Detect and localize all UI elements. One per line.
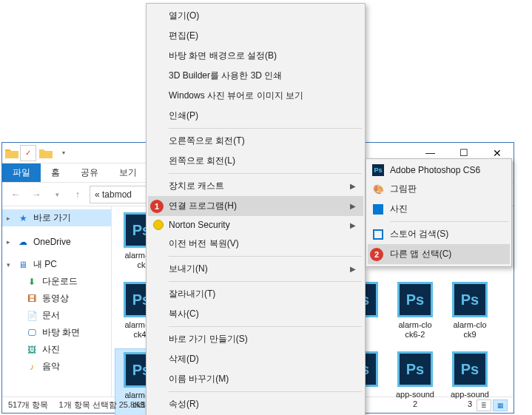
picture-icon: 🖼 xyxy=(26,344,38,356)
nav-this-pc[interactable]: ▾ 🖥 내 PC xyxy=(2,256,111,273)
menu-item[interactable]: 삭제(D) xyxy=(148,349,363,369)
nav-documents[interactable]: 📄 문서 xyxy=(2,307,111,324)
qat-dropdown[interactable]: ▾ xyxy=(55,145,72,161)
onedrive-icon: ☁ xyxy=(17,236,29,248)
nav-label: 동영상 xyxy=(42,292,69,305)
step-badge: 1 xyxy=(150,200,164,213)
tab-view[interactable]: 보기 xyxy=(109,163,147,182)
step-badge: 2 xyxy=(370,248,383,261)
menu-item[interactable]: 왼쪽으로 회전(L) xyxy=(148,151,363,171)
submenu-item[interactable]: 사진 xyxy=(368,199,510,219)
menu-item[interactable]: 바탕 화면 배경으로 설정(B) xyxy=(148,46,363,66)
download-icon: ⬇ xyxy=(26,276,38,288)
menu-item-label: 장치로 캐스트 xyxy=(169,180,224,192)
menu-item-label: 바탕 화면 배경으로 설정(B) xyxy=(169,50,277,62)
menu-item-label: 이름 바꾸기(M) xyxy=(169,373,229,385)
view-icons-button[interactable]: ▦ xyxy=(493,399,508,411)
nav-videos[interactable]: 🎞 동영상 xyxy=(2,290,111,307)
nav-downloads[interactable]: ⬇ 다운로드 xyxy=(2,273,111,290)
menu-item[interactable]: 복사(C) xyxy=(148,304,363,324)
menu-item[interactable]: Norton Security▶ xyxy=(148,216,363,234)
tab-share[interactable]: 공유 xyxy=(70,163,109,182)
menu-separator xyxy=(169,391,362,392)
photoshop-icon: Ps xyxy=(372,164,384,176)
nav-forward[interactable]: → xyxy=(27,186,45,203)
file-name-label: alarm-clock6-2 xyxy=(398,320,431,340)
menu-item-label: 3D Builder를 사용한 3D 인쇄 xyxy=(169,70,282,82)
store-icon xyxy=(372,229,384,240)
nav-desktop[interactable]: 🖵 바탕 화면 xyxy=(2,324,111,341)
music-icon: ♪ xyxy=(26,361,38,373)
menu-item[interactable]: 바로 가기 만들기(S) xyxy=(148,329,363,349)
menu-item[interactable]: 오른쪽으로 회전(T) xyxy=(148,131,363,151)
file-item[interactable]: Psalarm-clock9 xyxy=(443,279,496,347)
menu-item[interactable]: 이전 버전 복원(V) xyxy=(148,234,363,254)
star-icon: ★ xyxy=(17,212,29,224)
photoshop-file-icon: Ps xyxy=(397,351,433,387)
submenu-arrow-icon: ▶ xyxy=(350,202,356,210)
submenu-item[interactable]: 스토어 검색(S) xyxy=(368,224,510,244)
view-mode-switch: ≣ ▦ xyxy=(477,399,508,411)
item-count: 517개 항목 xyxy=(8,399,48,411)
menu-separator xyxy=(169,281,362,282)
submenu-arrow-icon: ▶ xyxy=(350,221,356,229)
context-menu: 열기(O)편집(E)바탕 화면 배경으로 설정(B)3D Builder를 사용… xyxy=(146,3,366,415)
nav-label: 문서 xyxy=(42,309,60,322)
submenu-item[interactable]: PsAdobe Photoshop CS6 xyxy=(368,161,510,179)
submenu-item[interactable]: 2다른 앱 선택(C) xyxy=(368,244,510,264)
menu-item[interactable]: 3D Builder를 사용한 3D 인쇄 xyxy=(148,66,363,86)
menu-item-label: 복사(C) xyxy=(169,308,199,320)
paint-icon: 🎨 xyxy=(372,183,384,195)
menu-item[interactable]: 이름 바꾸기(M) xyxy=(148,369,363,389)
menu-item[interactable]: 속성(R) xyxy=(148,394,363,414)
nav-label: 음악 xyxy=(42,360,60,373)
pc-icon: 🖥 xyxy=(17,259,29,271)
view-details-button[interactable]: ≣ xyxy=(477,399,491,411)
navigation-pane: ▸ ★ 바로 가기 ▸ ☁ OneDrive ▾ 🖥 내 PC ⬇ 다운로드 🎞 xyxy=(2,206,112,397)
norton-icon xyxy=(152,219,164,231)
submenu-item-label: 그림판 xyxy=(390,183,417,195)
nav-music[interactable]: ♪ 음악 xyxy=(2,358,111,375)
menu-item[interactable]: 인쇄(P) xyxy=(148,106,363,126)
photoshop-file-icon: Ps xyxy=(397,282,433,317)
nav-up[interactable]: ↑ xyxy=(69,186,87,203)
video-icon: 🎞 xyxy=(26,293,38,305)
expand-icon: ▸ xyxy=(7,215,13,222)
menu-item[interactable]: 보내기(N)▶ xyxy=(148,259,363,279)
nav-pictures[interactable]: 🖼 사진 xyxy=(2,341,111,358)
file-name-label: app-sound2 xyxy=(396,390,434,409)
submenu-item-label: Adobe Photoshop CS6 xyxy=(390,165,480,175)
menu-item-label: Windows 사진 뷰어로 이미지 보기 xyxy=(169,90,303,102)
qat-folder-icon[interactable] xyxy=(38,145,54,161)
document-icon: 📄 xyxy=(26,310,38,322)
menu-item-label: 이전 버전 복원(V) xyxy=(169,237,239,250)
qat-checkbox[interactable]: ✓ xyxy=(20,145,36,161)
photoshop-file-icon: Ps xyxy=(452,282,488,317)
file-item[interactable]: Psalarm-clock6-2 xyxy=(388,279,442,347)
menu-item-label: 오른쪽으로 회전(T) xyxy=(169,135,245,147)
nav-recent[interactable]: ▾ xyxy=(48,186,66,203)
menu-item[interactable]: 1연결 프로그램(H)▶ xyxy=(148,196,363,216)
tab-home[interactable]: 홈 xyxy=(41,163,70,182)
menu-item-label: 속성(R) xyxy=(169,398,199,411)
menu-item[interactable]: 열기(O) xyxy=(148,6,363,26)
file-name-label: alarm-clock9 xyxy=(453,320,486,340)
menu-item[interactable]: Windows 사진 뷰어로 이미지 보기 xyxy=(148,86,363,106)
submenu-item-label: 사진 xyxy=(390,203,408,215)
menu-item[interactable]: 장치로 캐스트▶ xyxy=(148,176,363,196)
menu-separator xyxy=(169,128,362,129)
nav-label: OneDrive xyxy=(33,237,71,247)
menu-item[interactable]: 잘라내기(T) xyxy=(148,284,363,304)
nav-onedrive[interactable]: ▸ ☁ OneDrive xyxy=(2,234,111,250)
folder-icon xyxy=(5,146,18,160)
submenu-item[interactable]: 🎨그림판 xyxy=(368,179,510,199)
nav-back[interactable]: ← xyxy=(7,186,24,203)
nav-quick-access[interactable]: ▸ ★ 바로 가기 xyxy=(2,209,111,226)
menu-item[interactable]: 편집(E) xyxy=(148,26,363,46)
quick-access-toolbar: ✓ ▾ xyxy=(2,145,75,161)
menu-item-label: 인쇄(P) xyxy=(169,109,198,122)
submenu-item-label: 다른 앱 선택(C) xyxy=(390,248,451,260)
tab-file[interactable]: 파일 xyxy=(2,163,41,182)
file-item[interactable]: Psapp-sound2 xyxy=(388,348,442,415)
nav-label: 바탕 화면 xyxy=(42,326,80,339)
